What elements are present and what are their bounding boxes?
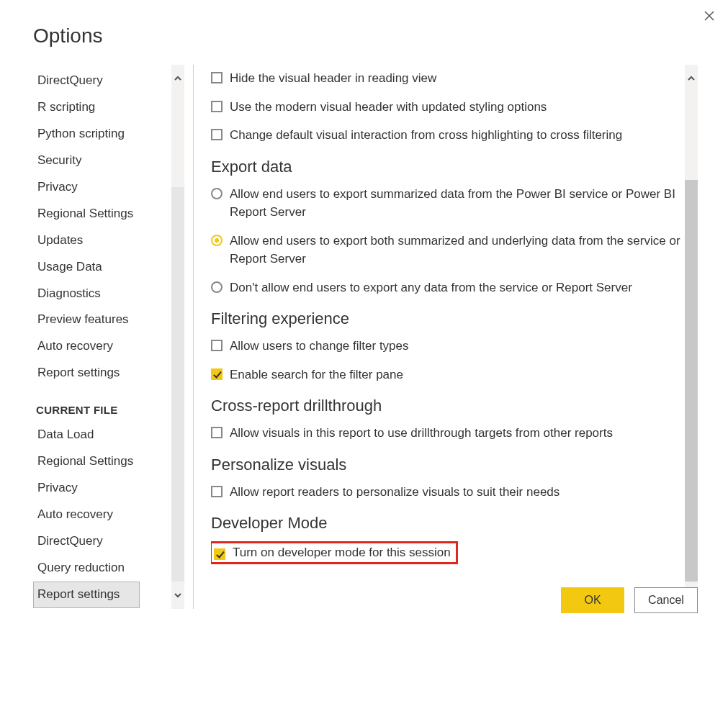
sidebar-item-r-scripting[interactable]: R scripting [33, 94, 171, 121]
sidebar-item-cf-auto-recovery[interactable]: Auto recovery [33, 502, 171, 528]
scrollbar-thumb[interactable] [171, 92, 184, 187]
section-heading-developer-mode: Developer Mode [211, 514, 680, 533]
sidebar-item-cf-report-settings[interactable]: Report settings [33, 582, 140, 608]
checkbox-icon [211, 72, 223, 83]
sidebar-item-cf-directquery[interactable]: DirectQuery [33, 528, 171, 555]
checkbox-icon [211, 101, 223, 112]
checkbox-developer-mode[interactable]: Turn on developer mode for this session [211, 543, 457, 563]
chevron-up-icon[interactable] [171, 65, 184, 92]
section-heading-export-data: Export data [211, 158, 680, 176]
checkbox-icon [211, 427, 223, 438]
checkbox-icon [211, 340, 223, 351]
chevron-down-icon[interactable] [171, 582, 184, 609]
section-heading-crossreport: Cross-report drillthrough [211, 397, 680, 415]
sidebar-item-privacy[interactable]: Privacy [33, 174, 171, 201]
checkbox-hide-visual-header[interactable]: Hide the visual header in reading view [211, 69, 680, 88]
sidebar-item-directquery[interactable]: DirectQuery [33, 68, 171, 94]
checkbox-label: Change default visual interaction from c… [230, 126, 622, 145]
sidebar-item-usage-data[interactable]: Usage Data [33, 254, 171, 281]
sidebar-item-updates[interactable]: Updates [33, 227, 171, 254]
checkbox-label: Turn on developer mode for this session [233, 546, 451, 560]
sidebar-item-preview-features[interactable]: Preview features [33, 307, 171, 333]
radio-icon [211, 281, 223, 293]
radio-label: Don't allow end users to export any data… [230, 279, 632, 297]
checkbox-label: Hide the visual header in reading view [230, 69, 436, 88]
radio-label: Allow end users to export summarized dat… [230, 185, 680, 222]
sidebar-item-auto-recovery[interactable]: Auto recovery [33, 333, 171, 360]
sidebar-item-report-settings[interactable]: Report settings [33, 360, 171, 386]
chevron-up-icon[interactable] [685, 65, 698, 92]
section-heading-personalize: Personalize visuals [211, 456, 680, 474]
checkbox-label: Use the modern visual header with update… [230, 98, 547, 117]
checkbox-enable-filter-search[interactable]: Enable search for the filter pane [211, 366, 680, 384]
vertical-divider [193, 65, 194, 609]
scrollbar-thumb[interactable] [685, 180, 698, 582]
dialog-footer: OK Cancel [561, 587, 698, 613]
radio-export-both[interactable]: Allow end users to export both summarize… [211, 232, 680, 268]
sidebar-item-cf-regional-settings[interactable]: Regional Settings [33, 448, 171, 475]
checkbox-label: Allow users to change filter types [230, 337, 409, 356]
close-icon[interactable] [704, 10, 715, 22]
checkbox-personalize-visuals[interactable]: Allow report readers to personalize visu… [211, 483, 680, 502]
checkbox-label: Allow visuals in this report to use dril… [230, 424, 613, 443]
sidebar-item-cf-query-reduction[interactable]: Query reduction [33, 555, 171, 582]
cancel-button[interactable]: Cancel [634, 587, 698, 613]
content-panel: Hide the visual header in reading view U… [211, 65, 698, 609]
checkbox-cross-filtering-default[interactable]: Change default visual interaction from c… [211, 126, 680, 145]
checkbox-modern-visual-header[interactable]: Use the modern visual header with update… [211, 98, 680, 117]
checkbox-icon [211, 368, 223, 380]
radio-label: Allow end users to export both summarize… [230, 232, 680, 268]
sidebar-scrollbar[interactable] [171, 65, 184, 609]
content-scrollbar[interactable] [685, 65, 698, 609]
checkbox-icon [214, 548, 225, 560]
checkbox-crossreport-drillthrough[interactable]: Allow visuals in this report to use dril… [211, 424, 680, 443]
radio-icon [211, 235, 223, 246]
sidebar-item-security[interactable]: Security [33, 148, 171, 174]
sidebar-heading-current-file: CURRENT FILE [36, 404, 171, 416]
ok-button[interactable]: OK [561, 587, 624, 613]
checkbox-icon [211, 129, 223, 140]
checkbox-label: Allow report readers to personalize visu… [230, 483, 560, 502]
radio-export-summarized[interactable]: Allow end users to export summarized dat… [211, 185, 680, 222]
checkbox-label: Enable search for the filter pane [230, 366, 403, 384]
checkbox-allow-change-filter-types[interactable]: Allow users to change filter types [211, 337, 680, 356]
sidebar-item-diagnostics[interactable]: Diagnostics [33, 281, 171, 307]
sidebar-item-cf-privacy[interactable]: Privacy [33, 475, 171, 502]
checkbox-icon [211, 486, 223, 497]
section-heading-filtering: Filtering experience [211, 309, 680, 328]
options-dialog: Options DirectQuery R scripting Python s… [0, 0, 728, 626]
radio-icon [211, 188, 223, 199]
sidebar-item-python-scripting[interactable]: Python scripting [33, 121, 171, 148]
sidebar-item-cf-data-load[interactable]: Data Load [33, 422, 171, 448]
sidebar-item-regional-settings[interactable]: Regional Settings [33, 201, 171, 227]
sidebar: DirectQuery R scripting Python scripting… [30, 65, 184, 609]
dialog-title: Options [33, 24, 698, 48]
radio-export-none[interactable]: Don't allow end users to export any data… [211, 279, 680, 297]
